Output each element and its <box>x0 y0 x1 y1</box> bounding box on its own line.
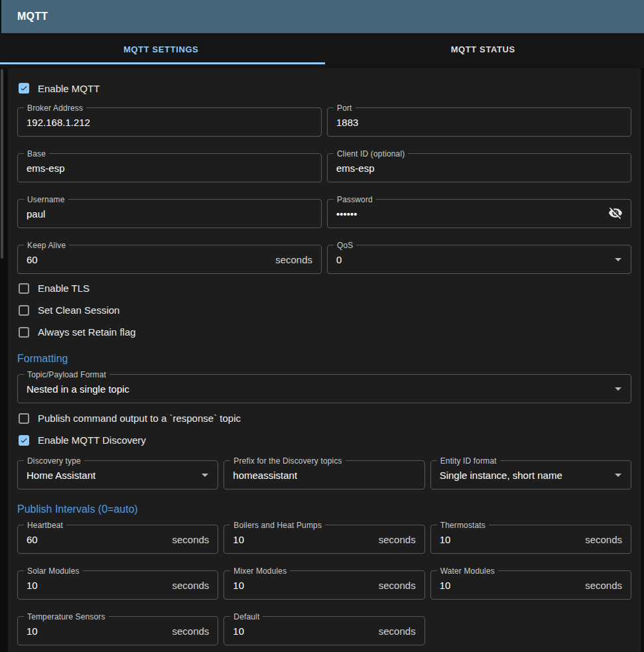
discovery-type-select[interactable]: Discovery type Home Assistant <box>17 460 218 489</box>
qos-value: 0 <box>336 254 342 265</box>
boilers-value: 10 <box>233 534 244 545</box>
checkbox-box[interactable] <box>19 413 29 424</box>
password-field[interactable]: Password •••••• <box>327 199 631 228</box>
unit-suffix: seconds <box>585 534 622 545</box>
app-header: MQTT <box>1 0 644 33</box>
checkbox-label: Publish command output to a `response` t… <box>38 413 241 424</box>
keep-alive-unit: seconds <box>275 254 312 265</box>
toggle-password-visibility-button[interactable] <box>608 206 623 222</box>
checkbox-retain-flag[interactable]: Always set Retain flag <box>17 326 631 338</box>
checkbox-label: Enable MQTT <box>38 83 99 94</box>
boilers-field[interactable]: Boilers and Heat Pumps 10 seconds <box>224 525 424 554</box>
discovery-prefix-label: Prefix for the Discovery topics <box>230 456 345 466</box>
check-icon <box>20 436 28 445</box>
checkbox-label: Enable MQTT Discovery <box>38 434 146 446</box>
row-broker-port: Broker Address 192.168.1.212 Port 1883 <box>17 107 631 137</box>
chevron-down-icon <box>610 467 626 483</box>
port-label: Port <box>334 103 355 113</box>
checkbox-box[interactable] <box>19 83 29 94</box>
page-title: MQTT <box>17 11 48 23</box>
row-username-password: Username paul Password •••••• <box>17 199 631 228</box>
checkbox-label: Set Clean Session <box>38 304 119 316</box>
scrollbar-thumb[interactable] <box>1 69 3 259</box>
mixer-modules-value: 10 <box>233 580 244 591</box>
keep-alive-label: Keep Alive <box>24 241 69 250</box>
row-topic-format: Topic/Payload Format Nested in a single … <box>17 374 631 403</box>
solar-modules-value: 10 <box>27 580 38 591</box>
checkbox-clean-session[interactable]: Set Clean Session <box>17 304 631 316</box>
discovery-prefix-value: homeassistant <box>233 470 297 481</box>
heartbeat-value: 60 <box>27 534 38 545</box>
checkbox-box[interactable] <box>19 305 29 316</box>
password-label: Password <box>334 195 376 204</box>
discovery-type-label: Discovery type <box>24 456 84 466</box>
checkbox-label: Always set Retain flag <box>38 326 136 338</box>
topic-payload-format-select[interactable]: Topic/Payload Format Nested in a single … <box>17 374 631 403</box>
unit-suffix: seconds <box>379 534 416 545</box>
row-keepalive-qos: Keep Alive 60 seconds QoS 0 <box>17 245 631 274</box>
checkbox-box[interactable] <box>19 435 29 446</box>
solar-modules-field[interactable]: Solar Modules 10 seconds <box>17 570 218 600</box>
checkbox-enable-tls[interactable]: Enable TLS <box>17 283 631 294</box>
username-value: paul <box>27 208 45 220</box>
checkbox-label: Enable TLS <box>38 283 90 294</box>
default-interval-label: Default <box>230 612 263 621</box>
unit-suffix: seconds <box>172 625 209 637</box>
checkbox-publish-response[interactable]: Publish command output to a `response` t… <box>17 413 631 424</box>
topic-format-value: Nested in a single topic <box>27 383 129 395</box>
temperature-sensors-field[interactable]: Temperature Sensors 10 seconds <box>17 616 218 645</box>
base-label: Base <box>24 149 49 159</box>
default-interval-field[interactable]: Default 10 seconds <box>224 616 424 645</box>
mixer-modules-field[interactable]: Mixer Modules 10 seconds <box>224 570 424 600</box>
thermostats-field[interactable]: Thermostats 10 seconds <box>430 525 631 554</box>
checkbox-enable-mqtt[interactable]: Enable MQTT <box>17 82 631 95</box>
thermostats-value: 10 <box>440 534 451 545</box>
keep-alive-value: 60 <box>27 254 38 265</box>
unit-suffix: seconds <box>172 534 209 545</box>
client-id-field[interactable]: Client ID (optional) ems-esp <box>327 153 631 182</box>
keep-alive-field[interactable]: Keep Alive 60 seconds <box>17 245 322 274</box>
visibility-off-icon <box>608 206 623 220</box>
topic-format-label: Topic/Payload Format <box>24 370 109 379</box>
active-tab-indicator <box>0 62 325 64</box>
discovery-type-value: Home Assistant <box>27 470 96 481</box>
mqtt-settings-panel: Enable MQTT Broker Address 192.168.1.212… <box>8 68 641 652</box>
water-modules-value: 10 <box>440 580 451 591</box>
heartbeat-field[interactable]: Heartbeat 60 seconds <box>17 525 218 554</box>
base-field[interactable]: Base ems-esp <box>17 153 322 182</box>
discovery-prefix-field[interactable]: Prefix for the Discovery topics homeassi… <box>224 460 424 489</box>
qos-select[interactable]: QoS 0 <box>327 245 631 274</box>
row-intervals-3: Temperature Sensors 10 seconds Default 1… <box>17 616 631 645</box>
unit-suffix: seconds <box>379 625 416 637</box>
base-value: ems-esp <box>27 163 65 174</box>
username-field[interactable]: Username paul <box>17 199 322 228</box>
row-discovery: Discovery type Home Assistant Prefix for… <box>17 460 631 489</box>
row-intervals-1: Heartbeat 60 seconds Boilers and Heat Pu… <box>17 525 631 554</box>
temperature-sensors-value: 10 <box>27 625 38 637</box>
port-field[interactable]: Port 1883 <box>327 107 631 137</box>
password-value: •••••• <box>336 208 357 220</box>
port-value: 1883 <box>336 117 358 128</box>
tab-mqtt-settings[interactable]: MQTT SETTINGS <box>0 33 322 65</box>
tab-mqtt-status[interactable]: MQTT STATUS <box>322 33 644 65</box>
formatting-section-heading: Formatting <box>17 353 631 365</box>
water-modules-field[interactable]: Water Modules 10 seconds <box>430 570 631 600</box>
broker-address-label: Broker Address <box>24 103 86 113</box>
row-base-clientid: Base ems-esp Client ID (optional) ems-es… <box>17 153 631 182</box>
entity-id-format-select[interactable]: Entity ID format Single instance, short … <box>430 460 631 489</box>
broker-address-field[interactable]: Broker Address 192.168.1.212 <box>17 107 322 137</box>
solar-modules-label: Solar Modules <box>24 566 83 576</box>
checkbox-enable-discovery[interactable]: Enable MQTT Discovery <box>17 434 631 446</box>
username-label: Username <box>24 195 68 204</box>
broker-address-value: 192.168.1.212 <box>27 117 90 128</box>
client-id-label: Client ID (optional) <box>334 149 408 159</box>
checkbox-box[interactable] <box>19 283 29 294</box>
entity-id-format-label: Entity ID format <box>437 456 500 466</box>
water-modules-label: Water Modules <box>437 566 498 576</box>
unit-suffix: seconds <box>172 580 209 591</box>
row-intervals-2: Solar Modules 10 seconds Mixer Modules 1… <box>17 570 631 600</box>
temperature-sensors-label: Temperature Sensors <box>24 612 109 621</box>
checkbox-box[interactable] <box>19 327 29 338</box>
client-id-value: ems-esp <box>336 163 375 174</box>
qos-label: QoS <box>334 241 356 250</box>
